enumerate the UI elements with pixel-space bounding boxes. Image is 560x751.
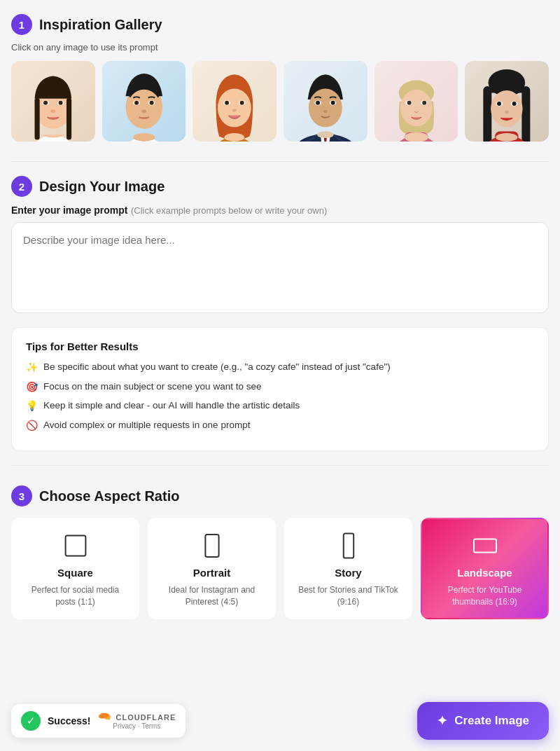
design-title: Design Your Image — [39, 179, 164, 195]
create-image-button[interactable]: ✦ Create Image — [417, 702, 549, 740]
svg-point-18 — [218, 88, 251, 127]
wand-icon: ✦ — [437, 713, 447, 729]
cloudflare-text: CLOUDFLARE — [115, 713, 176, 722]
section-design: 2 Design Your Image Enter your image pro… — [11, 176, 549, 451]
svg-point-25 — [309, 88, 342, 127]
ratio-card-portrait[interactable]: Portrait Ideal for Instagram and Pintere… — [148, 518, 276, 619]
landscape-icon — [471, 532, 499, 560]
create-button-label: Create Image — [454, 714, 529, 728]
gallery-grid — [11, 61, 549, 142]
svg-point-33 — [400, 90, 432, 127]
tip-item-3: 💡 Keep it simple and clear - our AI will… — [26, 399, 534, 413]
ratio-name-landscape: Landscape — [457, 567, 512, 579]
svg-point-55 — [106, 717, 111, 719]
svg-point-29 — [331, 101, 335, 105]
ratio-grid: Square Perfect for social media posts (1… — [11, 518, 549, 619]
section-gallery: 1 Inspiration Gallery Click on any image… — [11, 14, 549, 142]
gallery-title: Inspiration Gallery — [39, 17, 162, 33]
svg-rect-51 — [65, 536, 85, 556]
divider-2 — [11, 465, 549, 466]
tip-text-1: Be specific about what you want to creat… — [43, 361, 391, 374]
svg-point-7 — [59, 101, 63, 105]
gallery-header: 1 Inspiration Gallery — [11, 14, 549, 35]
svg-point-21 — [225, 101, 229, 105]
gallery-item[interactable] — [11, 61, 95, 142]
ratio-desc-landscape: Perfect for YouTube thumbnails (16:9) — [430, 584, 539, 608]
svg-point-11 — [127, 90, 161, 127]
gallery-item[interactable] — [374, 61, 458, 142]
svg-point-16 — [141, 109, 146, 113]
target-icon: 🎯 — [26, 380, 38, 394]
tip-item-2: 🎯 Focus on the main subject or scene you… — [26, 380, 534, 394]
gallery-item[interactable] — [192, 61, 276, 142]
ratio-card-landscape[interactable]: Landscape Perfect for YouTube thumbnails… — [421, 518, 549, 619]
ratio-desc-square: Perfect for social media posts (1:1) — [21, 584, 130, 608]
divider-1 — [11, 161, 549, 162]
svg-point-46 — [497, 102, 501, 106]
svg-point-23 — [232, 109, 237, 111]
svg-point-8 — [50, 109, 55, 113]
prompt-label: Enter your image prompt — [11, 205, 127, 216]
bottom-bar: ✓ Success! CLOUDFLARE Privacy · Terms ✦ … — [0, 694, 560, 751]
svg-point-15 — [149, 101, 153, 105]
gallery-section-number: 1 — [11, 14, 32, 35]
svg-point-47 — [512, 102, 517, 106]
svg-point-17 — [133, 133, 155, 142]
svg-rect-54 — [474, 539, 496, 553]
tip-text-4: Avoid complex or multiple requests in on… — [43, 419, 250, 432]
prompt-hint: (Click example prompts below or write yo… — [131, 205, 327, 216]
success-icon: ✓ — [21, 711, 41, 731]
prompt-textarea[interactable] — [11, 222, 549, 313]
tip-text-3: Keep it simple and clear - our AI will h… — [43, 399, 300, 413]
svg-rect-2 — [35, 98, 40, 140]
svg-point-30 — [323, 110, 328, 113]
ratio-desc-portrait: Ideal for Instagram and Pinterest (4:5) — [158, 584, 266, 608]
svg-point-50 — [496, 133, 518, 142]
cloudflare-logo-icon — [97, 712, 113, 722]
gallery-item[interactable] — [465, 61, 549, 142]
svg-point-14 — [134, 101, 139, 105]
prompt-label-row: Enter your image prompt (Click example p… — [11, 204, 549, 216]
cloudflare-badge: CLOUDFLARE Privacy · Terms — [97, 712, 176, 730]
svg-rect-3 — [66, 98, 71, 140]
tip-text-2: Focus on the main subject or scene you w… — [43, 380, 261, 394]
sparkles-icon: ✨ — [26, 361, 38, 375]
svg-rect-52 — [205, 535, 218, 557]
story-icon — [335, 532, 363, 560]
svg-rect-40 — [484, 86, 492, 142]
main-page: 1 Inspiration Gallery Click on any image… — [0, 0, 560, 689]
success-badge: ✓ Success! CLOUDFLARE Privacy · Terms — [11, 704, 186, 738]
svg-point-28 — [316, 101, 320, 105]
ratio-section-number: 3 — [11, 485, 32, 507]
success-text: Success! — [48, 715, 90, 726]
ratio-name-square: Square — [57, 567, 93, 579]
ratio-name-portrait: Portrait — [193, 567, 230, 579]
cloudflare-links: Privacy · Terms — [113, 722, 160, 730]
ratio-title: Choose Aspect Ratio — [39, 488, 179, 504]
no-icon: 🚫 — [26, 419, 38, 433]
svg-point-31 — [317, 132, 334, 139]
ratio-card-story[interactable]: Story Best for Stories and TikTok (9:16) — [284, 518, 412, 619]
svg-rect-53 — [343, 534, 353, 558]
bulb-icon: 💡 — [26, 399, 38, 413]
gallery-subtitle: Click on any image to use its prompt — [11, 42, 549, 53]
svg-point-43 — [491, 90, 522, 128]
svg-rect-41 — [522, 86, 531, 142]
gallery-item[interactable] — [102, 61, 186, 142]
ratio-desc-story: Best for Stories and TikTok (9:16) — [294, 584, 402, 608]
tip-item-1: ✨ Be specific about what you want to cre… — [26, 361, 534, 375]
tips-box: Tips for Better Results ✨ Be specific ab… — [11, 327, 549, 451]
svg-point-6 — [43, 101, 48, 105]
tips-title: Tips for Better Results — [26, 340, 534, 352]
ratio-header: 3 Choose Aspect Ratio — [11, 485, 549, 507]
section-ratio: 3 Choose Aspect Ratio Square Perfect for… — [11, 485, 549, 619]
ratio-card-square[interactable]: Square Perfect for social media posts (1… — [11, 518, 139, 619]
design-header: 2 Design Your Image — [11, 176, 549, 197]
svg-point-37 — [422, 101, 426, 105]
ratio-name-story: Story — [335, 567, 361, 579]
tip-item-4: 🚫 Avoid complex or multiple requests in … — [26, 419, 534, 433]
design-section-number: 2 — [11, 176, 32, 197]
square-icon — [62, 532, 90, 560]
gallery-item[interactable] — [284, 61, 368, 142]
svg-point-48 — [505, 111, 509, 113]
